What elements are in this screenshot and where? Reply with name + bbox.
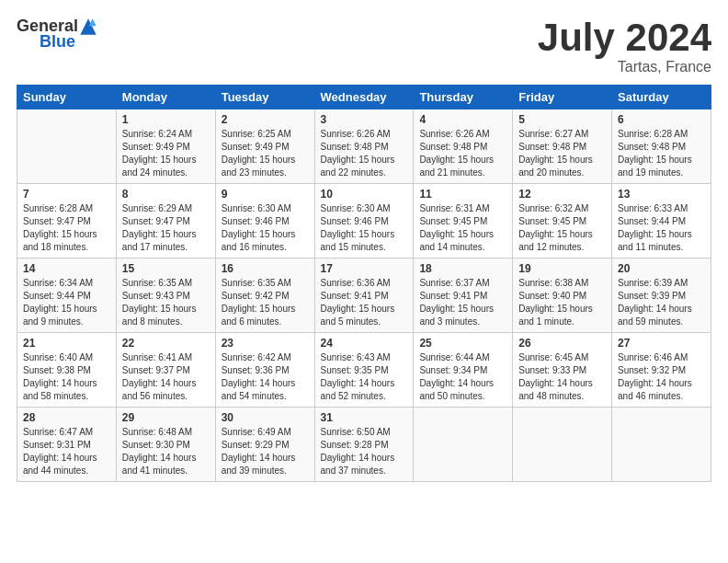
logo-blue: Blue — [40, 32, 75, 52]
week-row-3: 14Sunrise: 6:34 AM Sunset: 9:44 PM Dayli… — [17, 259, 711, 333]
day-info: Sunrise: 6:40 AM Sunset: 9:38 PM Dayligh… — [23, 351, 110, 403]
day-number: 30 — [222, 411, 309, 424]
calendar-cell: 11Sunrise: 6:31 AM Sunset: 9:45 PM Dayli… — [414, 184, 513, 259]
day-info: Sunrise: 6:46 AM Sunset: 9:32 PM Dayligh… — [618, 351, 705, 403]
day-info: Sunrise: 6:28 AM Sunset: 9:48 PM Dayligh… — [618, 128, 705, 179]
day-number: 1 — [122, 113, 210, 126]
location: Tartas, France — [538, 59, 711, 75]
day-info: Sunrise: 6:24 AM Sunset: 9:49 PM Dayligh… — [122, 128, 210, 179]
week-row-1: 1Sunrise: 6:24 AM Sunset: 9:49 PM Daylig… — [17, 109, 711, 184]
calendar-cell: 1Sunrise: 6:24 AM Sunset: 9:49 PM Daylig… — [116, 109, 215, 184]
calendar-cell: 4Sunrise: 6:26 AM Sunset: 9:48 PM Daylig… — [414, 109, 513, 184]
logo: General Blue — [17, 17, 98, 52]
calendar-cell: 15Sunrise: 6:35 AM Sunset: 9:43 PM Dayli… — [116, 259, 215, 333]
day-number: 13 — [618, 188, 705, 201]
week-row-4: 21Sunrise: 6:40 AM Sunset: 9:38 PM Dayli… — [17, 333, 711, 408]
calendar-cell: 19Sunrise: 6:38 AM Sunset: 9:40 PM Dayli… — [513, 259, 612, 333]
day-info: Sunrise: 6:41 AM Sunset: 9:37 PM Dayligh… — [122, 351, 210, 403]
day-info: Sunrise: 6:30 AM Sunset: 9:46 PM Dayligh… — [321, 202, 408, 254]
day-number: 16 — [222, 262, 309, 275]
calendar-cell: 3Sunrise: 6:26 AM Sunset: 9:48 PM Daylig… — [314, 109, 414, 184]
calendar-cell: 21Sunrise: 6:40 AM Sunset: 9:38 PM Dayli… — [17, 333, 117, 408]
col-header-wednesday: Wednesday — [314, 86, 414, 109]
calendar-cell: 5Sunrise: 6:27 AM Sunset: 9:48 PM Daylig… — [513, 109, 612, 184]
day-info: Sunrise: 6:48 AM Sunset: 9:30 PM Dayligh… — [122, 426, 210, 477]
day-number: 14 — [23, 262, 110, 275]
calendar-cell: 7Sunrise: 6:28 AM Sunset: 9:47 PM Daylig… — [17, 184, 117, 259]
day-number: 3 — [321, 113, 408, 126]
day-info: Sunrise: 6:47 AM Sunset: 9:31 PM Dayligh… — [23, 426, 110, 477]
day-info: Sunrise: 6:44 AM Sunset: 9:34 PM Dayligh… — [419, 351, 506, 403]
calendar-cell: 23Sunrise: 6:42 AM Sunset: 9:36 PM Dayli… — [215, 333, 314, 408]
header: General Blue July 2024 Tartas, France — [17, 17, 711, 75]
day-info: Sunrise: 6:35 AM Sunset: 9:43 PM Dayligh… — [122, 277, 210, 328]
day-number: 17 — [321, 262, 408, 275]
calendar-cell: 26Sunrise: 6:45 AM Sunset: 9:33 PM Dayli… — [513, 333, 612, 408]
day-info: Sunrise: 6:37 AM Sunset: 9:41 PM Dayligh… — [419, 277, 506, 328]
day-number: 9 — [222, 188, 309, 201]
day-number: 12 — [518, 188, 606, 201]
logo-icon — [79, 17, 97, 36]
day-info: Sunrise: 6:42 AM Sunset: 9:36 PM Dayligh… — [222, 351, 309, 403]
header-row: SundayMondayTuesdayWednesdayThursdayFrid… — [17, 86, 711, 109]
calendar-cell: 25Sunrise: 6:44 AM Sunset: 9:34 PM Dayli… — [414, 333, 513, 408]
page: General Blue July 2024 Tartas, France Su… — [0, 0, 728, 491]
day-number: 11 — [419, 188, 506, 201]
day-info: Sunrise: 6:26 AM Sunset: 9:48 PM Dayligh… — [419, 128, 506, 179]
col-header-tuesday: Tuesday — [215, 86, 314, 109]
day-number: 27 — [618, 337, 705, 350]
calendar-cell: 22Sunrise: 6:41 AM Sunset: 9:37 PM Dayli… — [116, 333, 215, 408]
calendar-cell: 27Sunrise: 6:46 AM Sunset: 9:32 PM Dayli… — [612, 333, 711, 408]
calendar-cell: 8Sunrise: 6:29 AM Sunset: 9:47 PM Daylig… — [116, 184, 215, 259]
day-number: 5 — [518, 113, 606, 126]
calendar-cell: 31Sunrise: 6:50 AM Sunset: 9:28 PM Dayli… — [314, 408, 414, 482]
calendar-cell — [414, 408, 513, 482]
day-number: 22 — [122, 337, 210, 350]
day-info: Sunrise: 6:35 AM Sunset: 9:42 PM Dayligh… — [222, 277, 309, 328]
svg-marker-0 — [80, 18, 96, 34]
calendar-cell: 2Sunrise: 6:25 AM Sunset: 9:49 PM Daylig… — [215, 109, 314, 184]
col-header-sunday: Sunday — [17, 86, 117, 109]
day-info: Sunrise: 6:30 AM Sunset: 9:46 PM Dayligh… — [222, 202, 309, 254]
calendar-cell — [513, 408, 612, 482]
day-number: 29 — [122, 411, 210, 424]
day-info: Sunrise: 6:33 AM Sunset: 9:44 PM Dayligh… — [618, 202, 705, 254]
day-info: Sunrise: 6:45 AM Sunset: 9:33 PM Dayligh… — [518, 351, 606, 403]
month-title: July 2024 — [538, 17, 711, 59]
day-number: 6 — [618, 113, 705, 126]
calendar-cell — [17, 109, 117, 184]
day-info: Sunrise: 6:34 AM Sunset: 9:44 PM Dayligh… — [23, 277, 110, 328]
calendar-cell: 20Sunrise: 6:39 AM Sunset: 9:39 PM Dayli… — [612, 259, 711, 333]
day-number: 24 — [321, 337, 408, 350]
week-row-5: 28Sunrise: 6:47 AM Sunset: 9:31 PM Dayli… — [17, 408, 711, 482]
calendar-cell: 28Sunrise: 6:47 AM Sunset: 9:31 PM Dayli… — [17, 408, 117, 482]
col-header-thursday: Thursday — [414, 86, 513, 109]
day-number: 21 — [23, 337, 110, 350]
calendar-cell: 13Sunrise: 6:33 AM Sunset: 9:44 PM Dayli… — [612, 184, 711, 259]
day-number: 8 — [122, 188, 210, 201]
day-number: 26 — [518, 337, 606, 350]
day-info: Sunrise: 6:43 AM Sunset: 9:35 PM Dayligh… — [321, 351, 408, 403]
day-info: Sunrise: 6:28 AM Sunset: 9:47 PM Dayligh… — [23, 202, 110, 254]
day-info: Sunrise: 6:32 AM Sunset: 9:45 PM Dayligh… — [518, 202, 606, 254]
day-info: Sunrise: 6:27 AM Sunset: 9:48 PM Dayligh… — [518, 128, 606, 179]
calendar-cell: 18Sunrise: 6:37 AM Sunset: 9:41 PM Dayli… — [414, 259, 513, 333]
day-number: 4 — [419, 113, 506, 126]
day-info: Sunrise: 6:29 AM Sunset: 9:47 PM Dayligh… — [122, 202, 210, 254]
calendar-cell: 14Sunrise: 6:34 AM Sunset: 9:44 PM Dayli… — [17, 259, 117, 333]
day-info: Sunrise: 6:36 AM Sunset: 9:41 PM Dayligh… — [321, 277, 408, 328]
day-number: 19 — [518, 262, 606, 275]
day-info: Sunrise: 6:38 AM Sunset: 9:40 PM Dayligh… — [518, 277, 606, 328]
day-info: Sunrise: 6:26 AM Sunset: 9:48 PM Dayligh… — [321, 128, 408, 179]
calendar-cell: 10Sunrise: 6:30 AM Sunset: 9:46 PM Dayli… — [314, 184, 414, 259]
day-number: 18 — [419, 262, 506, 275]
day-number: 28 — [23, 411, 110, 424]
day-number: 7 — [23, 188, 110, 201]
calendar-cell: 30Sunrise: 6:49 AM Sunset: 9:29 PM Dayli… — [215, 408, 314, 482]
calendar-cell: 9Sunrise: 6:30 AM Sunset: 9:46 PM Daylig… — [215, 184, 314, 259]
week-row-2: 7Sunrise: 6:28 AM Sunset: 9:47 PM Daylig… — [17, 184, 711, 259]
calendar-cell: 6Sunrise: 6:28 AM Sunset: 9:48 PM Daylig… — [612, 109, 711, 184]
calendar-cell: 29Sunrise: 6:48 AM Sunset: 9:30 PM Dayli… — [116, 408, 215, 482]
calendar-cell — [612, 408, 711, 482]
day-number: 2 — [222, 113, 309, 126]
